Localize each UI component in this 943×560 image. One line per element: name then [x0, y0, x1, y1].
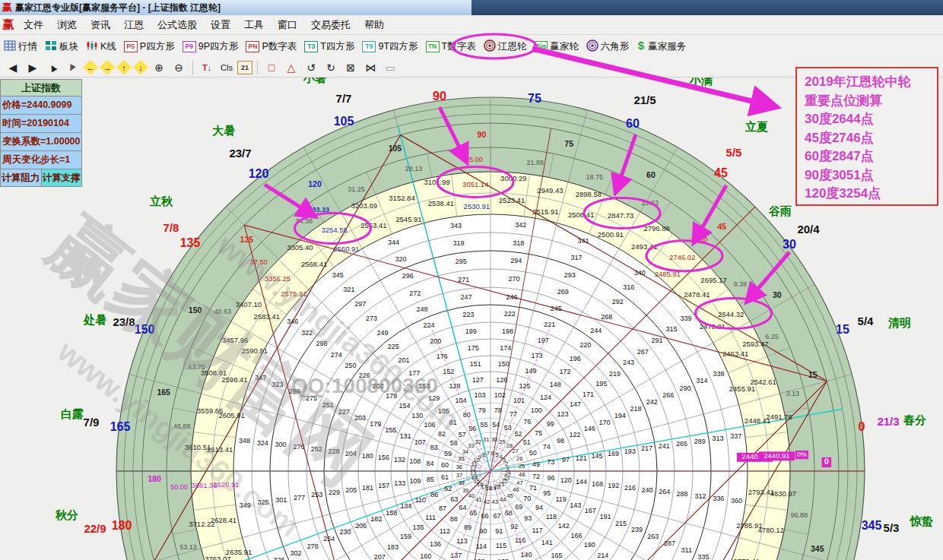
svg-text:196: 196: [570, 355, 581, 362]
toolbar-button-P数字表[interactable]: PNP数字表: [242, 38, 300, 55]
ps-badge: PS: [124, 41, 138, 52]
svg-text:2598.41: 2598.41: [221, 375, 247, 384]
calc-support-button[interactable]: 计算支撑: [42, 169, 82, 186]
svg-text:150: 150: [498, 360, 510, 368]
rotate-ccw-button[interactable]: ↺: [302, 59, 320, 75]
svg-text:2644.32: 2644.32: [718, 310, 744, 318]
svg-text:274: 274: [331, 351, 342, 359]
svg-text:2542.61: 2542.61: [750, 378, 776, 386]
svg-text:199: 199: [465, 327, 477, 335]
wheel-label-165: 165: [110, 420, 131, 433]
zoom-out-button[interactable]: ⊖: [170, 59, 188, 75]
svg-text:105: 105: [389, 144, 402, 153]
menu-设置[interactable]: 设置: [204, 17, 237, 33]
svg-text:336: 336: [713, 495, 724, 502]
pointer-left-button[interactable]: ▲: [40, 56, 64, 79]
toolbar-button-六角形[interactable]: 六角形: [583, 37, 633, 56]
svg-text:242: 242: [646, 398, 658, 406]
toolbar-label-P四方形: P四方形: [140, 40, 175, 53]
price-axis-button[interactable]: T↓: [198, 59, 216, 75]
svg-text:348: 348: [239, 437, 250, 445]
svg-text:168: 168: [592, 480, 603, 488]
menu-文件[interactable]: 文件: [17, 17, 50, 33]
calendar-button[interactable]: 21: [237, 61, 252, 74]
svg-text:44: 44: [500, 496, 506, 503]
svg-text:75: 75: [564, 139, 573, 148]
zoom-in-button[interactable]: ⊕: [150, 59, 168, 75]
svg-text:90: 90: [478, 130, 487, 139]
toolbar-button-行情[interactable]: 行情: [0, 38, 41, 55]
svg-text:190: 190: [584, 541, 595, 549]
svg-text:136: 136: [430, 540, 441, 548]
delete-box-button[interactable]: ⊠: [341, 59, 360, 75]
toolbar-button-9P四方形[interactable]: P99P四方形: [179, 38, 243, 55]
toolbar-button-P四方形[interactable]: PSP四方形: [120, 38, 179, 55]
svg-text:222: 222: [504, 310, 516, 318]
svg-text:55: 55: [481, 421, 488, 429]
svg-text:319: 319: [452, 239, 464, 247]
svg-text:3051.14: 3051.14: [462, 180, 488, 188]
key-level-line-1: 重要点位测算: [805, 92, 934, 111]
svg-text:3559.66: 3559.66: [197, 407, 223, 415]
svg-text:105: 105: [438, 407, 449, 415]
svg-text:244: 244: [590, 327, 602, 334]
svg-text:2590.91: 2590.91: [242, 346, 268, 355]
svg-text:341: 341: [578, 237, 589, 245]
svg-text:153: 153: [418, 382, 430, 390]
svg-text:158: 158: [386, 509, 397, 517]
toolbar-button-赢家轮[interactable]: Big赢家轮: [530, 38, 583, 55]
pan-right-button[interactable]: →: [100, 60, 115, 75]
menu-江恩[interactable]: 江恩: [117, 17, 151, 33]
menu-帮助[interactable]: 帮助: [357, 17, 391, 33]
next-bar-button[interactable]: ▶: [24, 59, 42, 75]
menu-bar: 赢 文件浏览资讯江恩公式选股设置工具窗口交易委托帮助: [0, 15, 943, 35]
square-tool-button[interactable]: □: [262, 59, 281, 75]
toolbar-button-9T四方形[interactable]: T99T四方形: [358, 38, 421, 55]
svg-text:108: 108: [409, 457, 421, 465]
toolbar-button-板块[interactable]: 板块: [41, 38, 82, 55]
svg-text:0: 0: [824, 457, 829, 466]
svg-text:275: 275: [306, 394, 317, 402]
svg-text:149: 149: [525, 367, 536, 375]
pan-up-button[interactable]: ↑: [116, 60, 132, 75]
svg-text:290: 290: [679, 384, 691, 392]
svg-text:15.63: 15.63: [641, 199, 659, 207]
menu-浏览[interactable]: 浏览: [50, 17, 84, 33]
svg-text:2568.41: 2568.41: [301, 260, 327, 268]
triangle-tool-button[interactable]: △: [282, 59, 300, 75]
pan-left-button[interactable]: ←: [83, 60, 98, 75]
calc-resistance-button[interactable]: 计算阻力: [1, 169, 42, 186]
svg-text:57: 57: [459, 431, 466, 438]
svg-text:126: 126: [496, 376, 507, 384]
svg-text:166: 166: [570, 532, 582, 539]
toolbar-button-T四方形[interactable]: T3T四方形: [300, 38, 358, 55]
svg-text:109: 109: [409, 477, 421, 485]
svg-text:30: 30: [773, 290, 782, 299]
svg-text:296: 296: [402, 272, 414, 280]
rotate-cw-button[interactable]: ↻: [322, 59, 340, 75]
toolbar-button-K线[interactable]: K线: [82, 38, 120, 55]
svg-text:224: 224: [423, 321, 434, 329]
presentation-button[interactable]: ▭: [381, 59, 399, 75]
menu-公式选股[interactable]: 公式选股: [151, 17, 204, 33]
prev-bar-button[interactable]: ◀: [4, 59, 22, 75]
pointer-right-button[interactable]: ▼: [60, 56, 84, 79]
svg-text:228: 228: [329, 448, 340, 455]
svg-text:345: 345: [811, 544, 824, 553]
svg-text:40.63: 40.63: [214, 308, 231, 315]
pan-down-button[interactable]: ↓: [133, 60, 148, 75]
window-title: 赢家江恩专业版[赢家服务平台] - [上证指数 江恩轮]: [15, 2, 221, 14]
tn-badge: TN: [426, 41, 440, 52]
fit-scale-button[interactable]: ⋈: [361, 59, 379, 75]
menu-工具[interactable]: 工具: [237, 17, 271, 33]
wheel-label-23/8: 23/8: [113, 315, 135, 328]
toolbar-button-T数字表[interactable]: TNT数字表: [422, 38, 480, 55]
menu-交易委托[interactable]: 交易委托: [304, 17, 357, 33]
svg-text:2593.47: 2593.47: [742, 340, 768, 348]
cls-button[interactable]: Cls: [217, 59, 236, 75]
menu-窗口[interactable]: 窗口: [271, 17, 304, 33]
toolbar-button-赢家服务[interactable]: $赢家服务: [633, 37, 690, 56]
menu-资讯[interactable]: 资讯: [84, 17, 117, 33]
svg-text:112: 112: [440, 527, 450, 535]
toolbar-button-江恩轮[interactable]: 江恩轮: [480, 37, 531, 56]
